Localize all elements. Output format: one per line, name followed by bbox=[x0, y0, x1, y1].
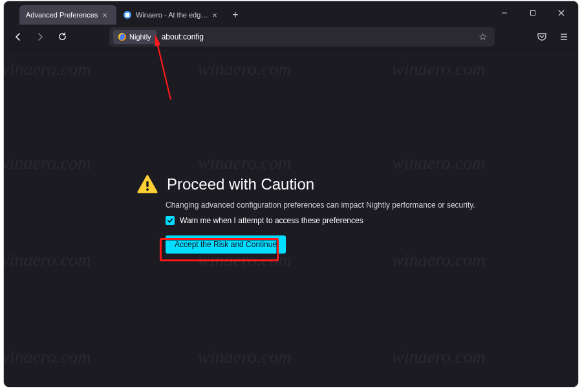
close-icon[interactable]: × bbox=[100, 10, 110, 20]
close-icon[interactable]: × bbox=[210, 10, 220, 20]
tab-label: Advanced Preferences bbox=[26, 11, 100, 19]
identity-label: Nightly bbox=[129, 33, 151, 41]
close-button[interactable] bbox=[547, 1, 576, 25]
browser-window: Advanced Preferences × Winaero - At the … bbox=[4, 1, 578, 387]
watermark: winaero.com bbox=[198, 59, 291, 80]
svg-point-10 bbox=[146, 188, 149, 191]
watermark: winaero.com bbox=[392, 153, 485, 173]
favicon-icon bbox=[123, 10, 132, 19]
new-tab-button[interactable]: + bbox=[226, 5, 244, 25]
watermark: winaero.com bbox=[198, 347, 291, 367]
app-menu-button[interactable] bbox=[554, 27, 574, 47]
accept-row: Accept the Risk and Continue bbox=[166, 235, 499, 254]
warning-triangle-icon bbox=[137, 175, 158, 194]
tab-label: Winaero - At the edge of tweaking bbox=[136, 11, 210, 19]
navigation-toolbar: Nightly about:config ☆ bbox=[4, 25, 578, 49]
watermark: winaero.com bbox=[4, 153, 91, 173]
window-controls bbox=[490, 1, 578, 25]
accept-risk-button[interactable]: Accept the Risk and Continue bbox=[166, 235, 286, 254]
back-button[interactable] bbox=[8, 27, 28, 47]
tab-advanced-preferences[interactable]: Advanced Preferences × bbox=[19, 5, 116, 25]
tab-winaero[interactable]: Winaero - At the edge of tweaking × bbox=[116, 5, 226, 25]
url-bar[interactable]: Nightly about:config ☆ bbox=[109, 27, 495, 47]
toolbar-right bbox=[532, 27, 574, 47]
watermark: winaero.com bbox=[198, 153, 291, 173]
svg-rect-1 bbox=[125, 13, 129, 17]
warn-checkbox-row: Warn me when I attempt to access these p… bbox=[166, 216, 499, 225]
url-text: about:config bbox=[162, 32, 475, 41]
content-area: Proceed with Caution Changing advanced c… bbox=[4, 49, 578, 387]
firefox-icon bbox=[118, 33, 126, 41]
watermark: winaero.com bbox=[4, 59, 91, 80]
about-config-warning: Proceed with Caution Changing advanced c… bbox=[137, 175, 499, 254]
minimize-button[interactable] bbox=[490, 1, 519, 25]
forward-button[interactable] bbox=[30, 27, 50, 47]
watermark: winaero.com bbox=[392, 59, 485, 80]
svg-rect-3 bbox=[531, 11, 535, 16]
tab-strip: Advanced Preferences × Winaero - At the … bbox=[4, 1, 490, 25]
svg-rect-9 bbox=[146, 181, 148, 187]
pocket-button[interactable] bbox=[532, 27, 552, 47]
maximize-button[interactable] bbox=[519, 1, 547, 25]
identity-box[interactable]: Nightly bbox=[113, 30, 156, 44]
warning-title: Proceed with Caution bbox=[167, 175, 314, 193]
bookmark-star-icon[interactable]: ☆ bbox=[475, 31, 491, 43]
watermark: winaero.com bbox=[392, 347, 485, 367]
warning-header: Proceed with Caution bbox=[137, 175, 499, 194]
warn-checkbox[interactable] bbox=[166, 216, 175, 225]
titlebar: Advanced Preferences × Winaero - At the … bbox=[4, 1, 578, 25]
watermark: winaero.com bbox=[4, 250, 91, 270]
watermark: winaero.com bbox=[4, 347, 91, 367]
svg-line-11 bbox=[156, 40, 171, 100]
warn-checkbox-label: Warn me when I attempt to access these p… bbox=[180, 216, 363, 225]
reload-button[interactable] bbox=[52, 27, 72, 47]
warning-body-text: Changing advanced configuration preferen… bbox=[166, 201, 499, 210]
